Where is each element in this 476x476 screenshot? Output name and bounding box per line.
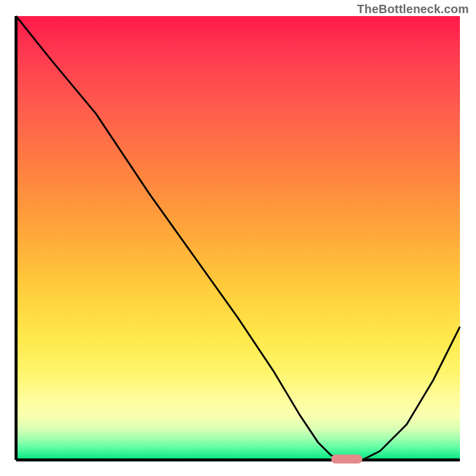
gradient-background [16, 16, 460, 460]
plot-area [16, 16, 460, 460]
watermark-text: TheBottleneck.com [357, 2, 469, 16]
